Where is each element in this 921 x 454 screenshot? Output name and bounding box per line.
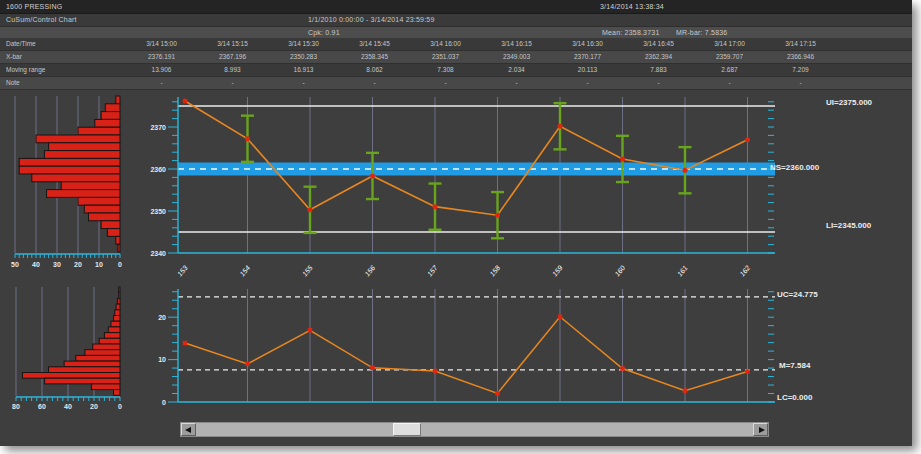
table-cell: - — [339, 77, 410, 89]
table-cell: 2362.394 — [623, 51, 694, 63]
left-arrow-icon — [185, 427, 191, 433]
svg-text:80: 80 — [12, 403, 20, 410]
mrbar-value: MR-bar: 7.5836 — [676, 27, 727, 38]
svg-text:2360: 2360 — [150, 166, 166, 173]
table-cell: 2376.191 — [126, 51, 197, 63]
table-cell: 7.209 — [765, 64, 836, 76]
li-limit-label: LI=2345.000 — [826, 221, 871, 230]
svg-text:160: 160 — [613, 264, 626, 278]
table-cell: 3/14 16:15 — [481, 38, 552, 50]
svg-text:60: 60 — [38, 403, 46, 410]
uc-limit-label: UC=24.775 — [777, 290, 818, 299]
moving-range-chart: 01020 — [140, 285, 790, 415]
svg-text:161: 161 — [676, 264, 689, 278]
ui-limit-label: UI=2375.000 — [826, 98, 872, 107]
mean-value: Mean: 2358.3731 — [602, 27, 660, 38]
subheader-row: CuSum/Control Chart 1/1/2010 0:00:00 - 3… — [0, 14, 912, 27]
svg-text:40: 40 — [32, 261, 40, 268]
row-label: Date/Time — [0, 38, 126, 50]
svg-text:153: 153 — [176, 264, 189, 278]
right-arrow-icon — [759, 427, 765, 433]
table-cell: 2366.946 — [765, 51, 836, 63]
svg-text:20: 20 — [158, 314, 166, 321]
svg-text:50: 50 — [11, 261, 19, 268]
table-cell: 3/14 15:45 — [339, 38, 410, 50]
table-row: X-bar2376.1912367.1962350.2832358.345235… — [0, 51, 912, 64]
table-cell: 2350.283 — [268, 51, 339, 63]
svg-text:158: 158 — [488, 264, 501, 278]
svg-text:10: 10 — [158, 356, 166, 363]
table-cell: 8.993 — [197, 64, 268, 76]
svg-text:2340: 2340 — [150, 250, 166, 257]
row-label: Moving range — [0, 64, 126, 76]
sample-data-table: Date/Time3/14 15:003/14 15:153/14 15:303… — [0, 38, 912, 90]
app-window: 1600 PRESSING 3/14/2014 13:38:34 CuSum/C… — [0, 0, 912, 446]
table-cell: - — [481, 77, 552, 89]
svg-text:0: 0 — [118, 403, 122, 410]
table-cell: 7.883 — [623, 64, 694, 76]
table-cell: - — [694, 77, 765, 89]
table-row: Moving range13.9068.99316.9138.0627.3082… — [0, 64, 912, 77]
svg-text:155: 155 — [301, 264, 314, 278]
table-cell: 3/14 16:00 — [410, 38, 481, 50]
table-cell: 13.906 — [126, 64, 197, 76]
svg-text:157: 157 — [426, 263, 440, 277]
table-cell: 2359.707 — [694, 51, 765, 63]
row-label: Note — [0, 77, 126, 89]
table-cell: 2.034 — [481, 64, 552, 76]
svg-text:10: 10 — [95, 261, 103, 268]
table-cell: 2351.037 — [410, 51, 481, 63]
table-cell: - — [765, 77, 836, 89]
svg-text:20: 20 — [74, 261, 82, 268]
svg-text:156: 156 — [363, 264, 376, 278]
table-cell: 2370.177 — [552, 51, 623, 63]
table-cell: 2367.196 — [197, 51, 268, 63]
table-cell: 3/14 17:00 — [694, 38, 765, 50]
table-cell: - — [126, 77, 197, 89]
table-cell: - — [197, 77, 268, 89]
table-cell: 2358.345 — [339, 51, 410, 63]
table-cell: 7.308 — [410, 64, 481, 76]
table-cell: 3/14 16:45 — [623, 38, 694, 50]
table-cell: 3/14 15:30 — [268, 38, 339, 50]
svg-text:154: 154 — [238, 264, 251, 278]
table-cell: - — [410, 77, 481, 89]
svg-text:0: 0 — [162, 399, 166, 406]
m-center-label: M=7.584 — [779, 361, 810, 370]
scroll-left-button[interactable] — [181, 423, 196, 436]
svg-text:159: 159 — [551, 264, 564, 278]
scrollbar-thumb[interactable] — [393, 423, 421, 436]
table-cell: 3/14 17:15 — [765, 38, 836, 50]
svg-text:40: 40 — [64, 403, 72, 410]
table-cell: 3/14 16:30 — [552, 38, 623, 50]
table-cell: 16.913 — [268, 64, 339, 76]
cpk-value: Cpk: 0.91 — [308, 27, 340, 38]
table-cell: - — [552, 77, 623, 89]
lc-limit-label: LC=0.000 — [777, 393, 812, 402]
period-range: 1/1/2010 0:00:00 - 3/14/2014 23:59:59 — [308, 14, 435, 26]
title-bar: 1600 PRESSING 3/14/2014 13:38:34 — [0, 0, 912, 14]
scroll-right-button[interactable] — [753, 423, 768, 436]
xbar-histogram: 50403020100 — [8, 90, 140, 272]
table-cell: 2.687 — [694, 64, 765, 76]
ns-limit-label: NS=2360.000 — [770, 163, 819, 172]
table-row: Note---------- — [0, 77, 912, 90]
table-cell: 3/14 15:15 — [197, 38, 268, 50]
chart-type-label: CuSum/Control Chart — [6, 14, 77, 26]
xbar-control-chart: 2340235023602370153154155156157158159160… — [140, 90, 790, 286]
svg-text:2370: 2370 — [150, 124, 166, 131]
svg-text:30: 30 — [53, 261, 61, 268]
svg-text:0: 0 — [118, 261, 122, 268]
table-cell: 8.062 — [339, 64, 410, 76]
table-cell: - — [268, 77, 339, 89]
moving-range-histogram: 806040200 — [8, 285, 140, 413]
svg-text:2350: 2350 — [150, 208, 166, 215]
table-cell: 2349.003 — [481, 51, 552, 63]
svg-text:20: 20 — [90, 403, 98, 410]
horizontal-scrollbar[interactable] — [180, 422, 769, 437]
table-cell: - — [623, 77, 694, 89]
row-label: X-bar — [0, 51, 126, 63]
table-cell: 3/14 15:00 — [126, 38, 197, 50]
svg-text:162: 162 — [738, 264, 751, 278]
app-title: 1600 PRESSING — [6, 0, 62, 13]
